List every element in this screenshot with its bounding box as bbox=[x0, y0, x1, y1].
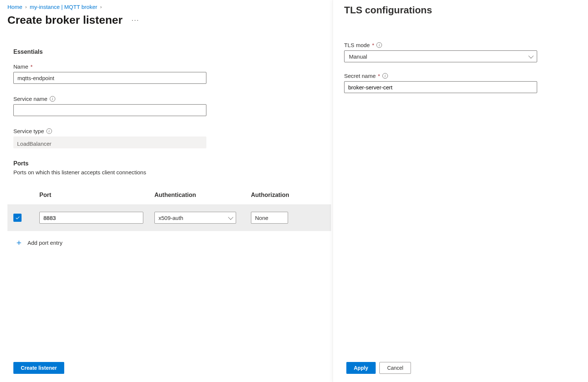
ports-heading: Ports bbox=[13, 160, 325, 167]
info-icon[interactable]: i bbox=[382, 73, 388, 79]
essentials-heading: Essentials bbox=[13, 49, 325, 55]
page-title: Create broker listener bbox=[7, 14, 122, 26]
row-checkbox[interactable] bbox=[13, 214, 22, 222]
create-listener-button[interactable]: Create listener bbox=[13, 362, 64, 374]
service-type-value: LoadBalancer bbox=[13, 136, 206, 148]
authorization-value: None bbox=[255, 215, 268, 221]
info-icon[interactable]: i bbox=[376, 42, 382, 48]
secret-name-label: Secret name bbox=[344, 73, 376, 79]
chevron-down-icon bbox=[528, 53, 533, 59]
name-input[interactable] bbox=[13, 72, 206, 84]
breadcrumb-home[interactable]: Home bbox=[7, 4, 22, 10]
breadcrumb-instance[interactable]: my-instance | MQTT broker bbox=[30, 4, 97, 10]
table-row: x509-auth None bbox=[13, 212, 331, 224]
secret-name-input[interactable] bbox=[344, 81, 537, 93]
ports-table: Port Authentication Authorization bbox=[13, 192, 331, 231]
info-icon[interactable]: i bbox=[46, 128, 52, 134]
tls-mode-value: Manual bbox=[349, 53, 367, 60]
required-indicator: * bbox=[378, 73, 380, 79]
column-authorization: Authorization bbox=[251, 192, 325, 198]
info-icon[interactable]: i bbox=[50, 96, 55, 102]
breadcrumb: Home › my-instance | MQTT broker › bbox=[7, 2, 325, 14]
port-input[interactable] bbox=[39, 212, 143, 224]
add-port-entry-button[interactable]: ＋ Add port entry bbox=[15, 238, 325, 247]
service-name-input[interactable] bbox=[13, 104, 206, 116]
authentication-value: x509-auth bbox=[159, 215, 183, 221]
chevron-right-icon: › bbox=[25, 4, 27, 10]
ports-description: Ports on which this listener accepts cli… bbox=[13, 169, 325, 175]
tls-mode-select[interactable]: Manual bbox=[344, 50, 537, 62]
authentication-select[interactable]: x509-auth bbox=[154, 212, 236, 224]
service-name-label: Service name bbox=[13, 96, 48, 102]
required-indicator: * bbox=[372, 42, 374, 48]
column-port: Port bbox=[39, 192, 151, 198]
chevron-down-icon bbox=[228, 215, 233, 220]
name-label: Name bbox=[13, 63, 28, 70]
cancel-button[interactable]: Cancel bbox=[379, 362, 411, 374]
chevron-right-icon: › bbox=[100, 4, 102, 10]
plus-icon: ＋ bbox=[15, 238, 23, 247]
column-authentication: Authentication bbox=[154, 192, 247, 198]
panel-title: TLS configurations bbox=[344, 0, 577, 42]
apply-button[interactable]: Apply bbox=[346, 362, 376, 374]
more-actions-icon[interactable]: ··· bbox=[131, 16, 139, 24]
authorization-select[interactable]: None bbox=[251, 212, 288, 224]
service-type-label: Service type bbox=[13, 128, 44, 134]
tls-mode-label: TLS mode bbox=[344, 42, 370, 48]
required-indicator: * bbox=[30, 63, 33, 70]
add-port-entry-label: Add port entry bbox=[27, 240, 62, 246]
main-content: Home › my-instance | MQTT broker › Creat… bbox=[0, 0, 333, 382]
tls-config-panel: TLS configurations TLS mode * i Manual S… bbox=[333, 0, 588, 382]
